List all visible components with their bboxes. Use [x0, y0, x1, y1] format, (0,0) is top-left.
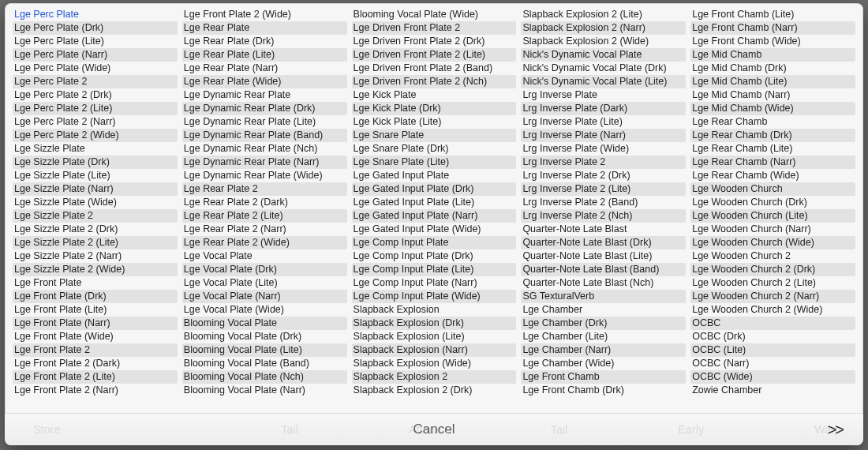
- preset-item[interactable]: Lge Rear Chamb (Lite): [690, 142, 855, 156]
- preset-item[interactable]: Lge Perc Plate (Lite): [13, 35, 178, 48]
- preset-item[interactable]: Lge Chamber (Drk): [521, 317, 686, 330]
- preset-item[interactable]: Lge Vocal Plate: [182, 249, 347, 263]
- preset-item[interactable]: Lge Rear Plate (Drk): [182, 35, 347, 48]
- preset-item[interactable]: Blooming Vocal Plate (Drk): [182, 330, 347, 343]
- preset-item[interactable]: Slapback Explosion (Drk): [352, 317, 517, 330]
- preset-item[interactable]: Lrg Inverse Plate 2 (Drk): [521, 169, 686, 182]
- preset-item[interactable]: Lge Rear Plate (Narr): [182, 62, 347, 75]
- preset-item[interactable]: Lge Rear Plate 2: [182, 182, 347, 196]
- preset-item[interactable]: Lge Rear Plate 2 (Wide): [182, 236, 347, 249]
- preset-item[interactable]: Lge Wooden Church (Drk): [690, 196, 855, 209]
- preset-item[interactable]: Lge Wooden Church 2 (Drk): [690, 263, 855, 276]
- preset-item[interactable]: Slapback Explosion (Lite): [352, 330, 517, 343]
- preset-item[interactable]: Lge Gated Input Plate (Narr): [352, 209, 517, 223]
- preset-item[interactable]: Lrg Inverse Plate (Lite): [521, 115, 686, 129]
- preset-item[interactable]: Lge Comp Input Plate (Wide): [352, 290, 517, 303]
- preset-item[interactable]: Lge Front Plate 2 (Dark): [13, 357, 178, 370]
- preset-item[interactable]: Lge Dynamic Rear Plate (Nch): [182, 142, 347, 156]
- preset-item[interactable]: Lge Wooden Church 2 (Wide): [690, 303, 855, 317]
- preset-item[interactable]: Lrg Inverse Plate 2 (Band): [521, 196, 686, 209]
- preset-item[interactable]: Lge Dynamic Rear Plate (Drk): [182, 102, 347, 115]
- preset-item[interactable]: SG TexturalVerb: [521, 290, 686, 303]
- preset-item[interactable]: Lge Wooden Church 2: [690, 249, 855, 263]
- preset-item[interactable]: Lrg Inverse Plate 2 (Nch): [521, 209, 686, 223]
- preset-item[interactable]: Lge Front Plate 2 (Lite): [13, 370, 178, 384]
- preset-item[interactable]: Lge Chamber (Narr): [521, 343, 686, 357]
- preset-item[interactable]: Quarter-Note Late Blast (Drk): [521, 236, 686, 249]
- preset-item[interactable]: Lge Chamber (Lite): [521, 330, 686, 343]
- preset-item[interactable]: Lge Driven Front Plate 2: [352, 21, 517, 35]
- preset-item[interactable]: Lge Sizzle Plate 2 (Drk): [13, 223, 178, 236]
- preset-item[interactable]: Quarter-Note Late Blast (Lite): [521, 249, 686, 263]
- preset-item[interactable]: Lge Front Chamb (Wide): [690, 35, 855, 48]
- preset-item[interactable]: Lge Front Plate 2 (Narr): [13, 384, 178, 397]
- preset-item[interactable]: Nick's Dynamic Vocal Plate (Lite): [521, 75, 686, 88]
- preset-item[interactable]: Lge Wooden Church 2 (Narr): [690, 290, 855, 303]
- preset-item[interactable]: Lge Front Chamb (Lite): [690, 8, 855, 21]
- preset-item[interactable]: Lge Front Plate (Lite): [13, 303, 178, 317]
- preset-item[interactable]: Lge Mid Chamb (Narr): [690, 88, 855, 102]
- preset-item[interactable]: Lge Rear Plate: [182, 21, 347, 35]
- preset-item[interactable]: Lge Gated Input Plate (Lite): [352, 196, 517, 209]
- preset-item[interactable]: Lge Wooden Church (Lite): [690, 209, 855, 223]
- preset-item[interactable]: Lge Perc Plate: [13, 8, 178, 21]
- preset-item[interactable]: Lge Dynamic Rear Plate (Band): [182, 129, 347, 142]
- preset-item[interactable]: Quarter-Note Late Blast (Nch): [521, 276, 686, 290]
- preset-item[interactable]: Lge Wooden Church (Narr): [690, 223, 855, 236]
- preset-item[interactable]: Lge Driven Front Plate 2 (Lite): [352, 48, 517, 62]
- preset-item[interactable]: Slapback Explosion 2 (Lite): [521, 8, 686, 21]
- preset-item[interactable]: Lge Vocal Plate (Wide): [182, 303, 347, 317]
- preset-item[interactable]: Lge Sizzle Plate 2 (Narr): [13, 249, 178, 263]
- preset-item[interactable]: Lge Sizzle Plate 2 (Lite): [13, 236, 178, 249]
- preset-item[interactable]: Lge Rear Chamb (Wide): [690, 169, 855, 182]
- preset-item[interactable]: Lge Sizzle Plate (Wide): [13, 196, 178, 209]
- preset-item[interactable]: Lge Driven Front Plate 2 (Band): [352, 62, 517, 75]
- preset-item[interactable]: Lge Front Plate: [13, 276, 178, 290]
- preset-item[interactable]: Lge Rear Plate 2 (Narr): [182, 223, 347, 236]
- preset-item[interactable]: Lge Driven Front Plate 2 (Nch): [352, 75, 517, 88]
- preset-item[interactable]: Slapback Explosion 2 (Drk): [352, 384, 517, 397]
- next-page-button[interactable]: >>: [823, 418, 847, 441]
- preset-item[interactable]: Lge Snare Plate (Drk): [352, 142, 517, 156]
- preset-item[interactable]: Lrg Inverse Plate: [521, 88, 686, 102]
- preset-item[interactable]: Lge Front Chamb (Narr): [690, 21, 855, 35]
- preset-item[interactable]: Lge Perc Plate (Wide): [13, 62, 178, 75]
- preset-item[interactable]: Lge Sizzle Plate: [13, 142, 178, 156]
- preset-item[interactable]: Quarter-Note Late Blast: [521, 223, 686, 236]
- preset-item[interactable]: Lge Gated Input Plate (Drk): [352, 182, 517, 196]
- preset-item[interactable]: Lge Rear Plate (Wide): [182, 75, 347, 88]
- preset-item[interactable]: Lge Rear Chamb (Drk): [690, 129, 855, 142]
- preset-item[interactable]: Lge Wooden Church 2 (Lite): [690, 276, 855, 290]
- preset-item[interactable]: OCBC (Wide): [690, 370, 855, 384]
- preset-item[interactable]: Lge Vocal Plate (Narr): [182, 290, 347, 303]
- preset-item[interactable]: Lge Wooden Church (Wide): [690, 236, 855, 249]
- preset-item[interactable]: Lge Dynamic Rear Plate (Wide): [182, 169, 347, 182]
- preset-item[interactable]: Lge Mid Chamb (Lite): [690, 75, 855, 88]
- preset-item[interactable]: Lrg Inverse Plate 2 (Lite): [521, 182, 686, 196]
- preset-item[interactable]: OCBC (Lite): [690, 343, 855, 357]
- preset-item[interactable]: Lge Front Chamb (Drk): [521, 384, 686, 397]
- preset-item[interactable]: Lge Dynamic Rear Plate: [182, 88, 347, 102]
- preset-item[interactable]: Lge Chamber (Wide): [521, 357, 686, 370]
- preset-item[interactable]: Nick's Dynamic Vocal Plate: [521, 48, 686, 62]
- preset-item[interactable]: Lge Comp Input Plate: [352, 236, 517, 249]
- preset-item[interactable]: Lge Front Plate 2: [13, 343, 178, 357]
- preset-item[interactable]: Zowie Chamber: [690, 384, 855, 397]
- preset-item[interactable]: Lge Front Plate (Narr): [13, 317, 178, 330]
- preset-item[interactable]: Lge Vocal Plate (Lite): [182, 276, 347, 290]
- preset-item[interactable]: Blooming Vocal Plate: [182, 317, 347, 330]
- preset-item[interactable]: Lge Sizzle Plate (Drk): [13, 156, 178, 169]
- preset-item[interactable]: Lge Rear Chamb: [690, 115, 855, 129]
- preset-item[interactable]: Lge Perc Plate (Narr): [13, 48, 178, 62]
- preset-item[interactable]: Lge Sizzle Plate 2: [13, 209, 178, 223]
- preset-item[interactable]: Lge Dynamic Rear Plate (Lite): [182, 115, 347, 129]
- preset-item[interactable]: Lrg Inverse Plate (Dark): [521, 102, 686, 115]
- preset-item[interactable]: Lge Comp Input Plate (Drk): [352, 249, 517, 263]
- preset-item[interactable]: Lge Driven Front Plate 2 (Drk): [352, 35, 517, 48]
- preset-item[interactable]: Lge Gated Input Plate: [352, 169, 517, 182]
- preset-item[interactable]: Lge Kick Plate (Drk): [352, 102, 517, 115]
- preset-item[interactable]: Blooming Vocal Plate (Nch): [182, 370, 347, 384]
- preset-item[interactable]: Quarter-Note Late Blast (Band): [521, 263, 686, 276]
- preset-item[interactable]: Lge Rear Plate (Lite): [182, 48, 347, 62]
- preset-item[interactable]: Lge Perc Plate 2 (Wide): [13, 129, 178, 142]
